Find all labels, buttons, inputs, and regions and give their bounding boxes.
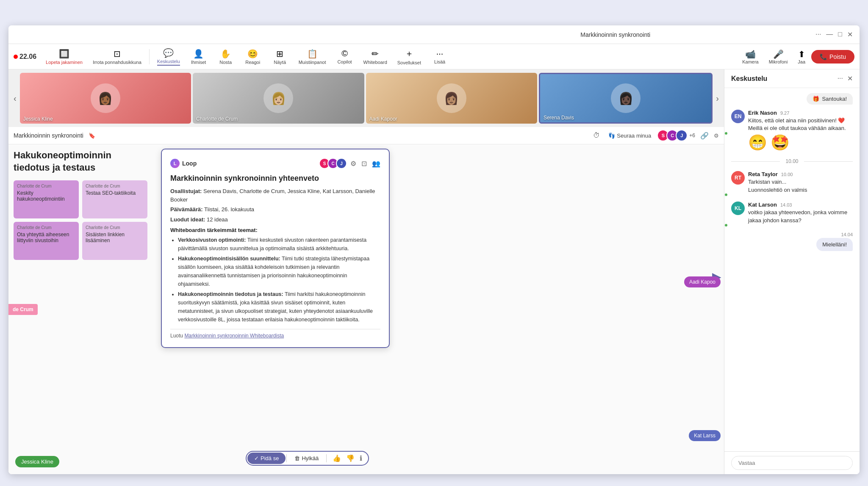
loop-app-name: Loop — [182, 160, 197, 167]
reta-text-2: Luonnoslehtiö on valmis — [748, 186, 853, 194]
erik-emoji-1: 😁 — [748, 134, 767, 152]
kat-avatar: KL — [731, 202, 745, 215]
mic-icon: 🎤 — [773, 49, 784, 59]
info-button[interactable]: ℹ — [358, 453, 364, 464]
more-button[interactable]: ··· Lisää — [427, 47, 452, 66]
loop-footer-text: Luotu — [170, 333, 183, 339]
loop-crop-icon[interactable]: ⊡ — [361, 160, 367, 168]
loop-people-icon[interactable]: 👥 — [372, 160, 380, 168]
whiteboard-title: Markkinoinnin synkronointi — [14, 132, 83, 139]
loop-bullet-2-title: Hakukoneoptimointisisällön suunnittelu: — [178, 256, 280, 262]
recording-indicator — [14, 55, 18, 59]
reta-text-1: Tarkistan vain... — [748, 178, 853, 186]
copilot-button[interactable]: © Copilot — [332, 47, 358, 66]
loop-card-header: L Loop S C J ⚙ — [170, 158, 380, 169]
whiteboard-participants: S C J +6 — [660, 130, 695, 141]
view-button[interactable]: ⊞ Näytä — [267, 47, 293, 66]
loop-footer-link[interactable]: Markkinoinnin synkronoinnin Whiteboardis… — [184, 333, 284, 339]
more-options-icon[interactable]: ··· — [815, 30, 821, 39]
maximize-icon[interactable]: □ — [838, 30, 842, 39]
window-controls: ··· — □ ✕ — [815, 30, 853, 39]
notes-button[interactable]: 📋 Muistiinpanot — [294, 47, 330, 66]
people-label: Ihmiset — [191, 60, 206, 65]
share-wb-icon[interactable]: 🔗 — [700, 132, 709, 140]
apps-button[interactable]: ＋ Sovellukset — [393, 46, 425, 67]
share-button[interactable]: ⬆ Jaa — [793, 47, 810, 66]
stop-sharing-label: Lopeta jakaminen — [46, 60, 83, 65]
chat-input-area — [724, 451, 860, 474]
view-label: Näytä — [274, 60, 286, 65]
close-icon[interactable]: ✕ — [847, 30, 853, 39]
stop-sharing-button[interactable]: 🔲 Lopeta jakaminen — [42, 47, 87, 66]
sticky-2: Charlotte de Crum Testaa SEO-taktiikoita — [82, 180, 147, 218]
minimize-icon[interactable]: — — [826, 30, 833, 39]
raise-hand-icon: ✋ — [220, 49, 231, 59]
sticky-section-header: Hakukoneoptimoinnin tiedotus ja testaus — [14, 149, 147, 174]
thumbs-up-button[interactable]: 👍 — [331, 453, 343, 464]
leave-button[interactable]: 📞 Poistu — [811, 50, 854, 64]
follow-label: Seuraa minua — [617, 133, 651, 139]
sticky-2-text: Testaa SEO-taktiikoita — [86, 190, 144, 196]
toolbar-divider-1 — [149, 49, 150, 64]
loop-settings-icon[interactable]: ⚙ — [350, 160, 356, 168]
loop-footer: Luotu Markkinoinnin synkronoinnin Whiteb… — [170, 329, 380, 339]
video-strip: ‹ 👩🏾 Jessica Kline 👩🏼 Charlotte de Crum — [8, 69, 724, 127]
loop-bullets: Verkkosivuston optimointi: Tiimi keskust… — [170, 236, 380, 324]
loop-bullet-3: Hakukoneoptimoinnin tiedotus ja testaus:… — [178, 290, 380, 324]
sticky-4: Charlotte de Crum Sisäisten linkkien lis… — [82, 222, 147, 260]
bookmark-icon[interactable]: 🔖 — [89, 133, 95, 139]
settings-icon[interactable]: ⚙ — [714, 133, 719, 139]
erik-online-indicator — [724, 132, 728, 135]
app-window: Markkinoinnin synkronointi ··· — □ ✕ 22.… — [8, 25, 860, 474]
loop-actions-bar: ✓ Pidä se 🗑 Hylkää 👍 👎 ℹ — [246, 451, 369, 466]
erik-message-time: 9.27 — [780, 110, 789, 116]
sticky-1-text: Keskity hakukoneoptimointiin — [17, 190, 75, 202]
stop-sharing-icon: 🔲 — [59, 49, 69, 59]
discard-button[interactable]: 🗑 Hylkää — [288, 453, 325, 464]
keep-button[interactable]: ✓ Pidä se — [247, 453, 286, 464]
loop-ideas: Luodut ideat: 12 ideaa — [170, 215, 380, 224]
loop-avatar-3: J — [336, 158, 347, 169]
react-button[interactable]: 😊 Reagoi — [240, 47, 266, 66]
loop-card: L Loop S C J ⚙ — [161, 149, 390, 348]
erik-emoji-row: 😁 🤩 — [748, 134, 853, 152]
copilot-label: Copilot — [337, 59, 352, 64]
whiteboard-button[interactable]: ✏ Whiteboard — [359, 47, 391, 66]
sticky-2-owner: Charlotte de Crum — [86, 184, 144, 188]
chat-more-icon[interactable]: ··· — [837, 75, 843, 83]
follow-me-button[interactable]: 👣 Seuraa minua — [605, 131, 654, 141]
loop-logo-icon: L — [170, 159, 180, 168]
sticky-3-text: Ota yhteyttä aiheeseen liittyviin sivust… — [17, 232, 75, 243]
thumbs-down-button[interactable]: 👎 — [344, 453, 356, 464]
camera-button[interactable]: 📹 Kamera — [738, 47, 763, 66]
loop-date: Päivämäärä: Tiistai, 26. lokakuuta — [170, 205, 380, 214]
chat-input[interactable] — [731, 456, 853, 470]
mic-button[interactable]: 🎤 Mikrofoni — [765, 47, 792, 66]
kat-online-indicator — [724, 224, 728, 227]
reta-sender-row: Reta Taylor 10.00 — [748, 171, 853, 177]
chat-time-divider: 10.00 — [731, 158, 853, 164]
detach-button[interactable]: ⊡ Irrota ponnahdusikkuna — [89, 47, 146, 66]
chat-header: Keskustelu ··· ✕ — [724, 69, 860, 88]
video-tile-aadi: 👩🏽 Aadi Kapoor — [366, 73, 537, 124]
erik-text-1: Kiitos, että olet aina niin positiivinen… — [748, 117, 853, 124]
kat-sender-name: Kat Larson — [748, 202, 777, 208]
kat-sender-row: Kat Larson 14.03 — [748, 202, 853, 208]
next-video-button[interactable]: › — [714, 73, 721, 124]
prev-video-button[interactable]: ‹ — [12, 73, 18, 124]
chat-button[interactable]: 💬 Keskustelu — [153, 46, 184, 67]
toolbar: 22.06 🔲 Lopeta jakaminen ⊡ Irrota ponnah… — [8, 44, 860, 69]
santouka-message-row: 🎁 Santouka! — [731, 93, 853, 105]
whiteboard-label: Whiteboard — [363, 60, 387, 65]
loop-participants-label: Osallistujat: — [170, 188, 202, 194]
raise-hand-button[interactable]: ✋ Nosta — [213, 47, 238, 66]
loop-date-label: Päivämäärä: — [170, 206, 203, 213]
loop-ideas-value: 12 ideaa — [207, 216, 228, 223]
loop-logo: L Loop — [170, 159, 197, 168]
reta-online-indicator — [724, 193, 728, 196]
camera-label: Kamera — [742, 59, 759, 64]
people-button[interactable]: 👤 Ihmiset — [186, 47, 211, 66]
loop-bullet-2: Hakukoneoptimointisisällön suunnittelu: … — [178, 254, 380, 288]
chat-header-icons: ··· ✕ — [837, 75, 853, 83]
chat-close-icon[interactable]: ✕ — [847, 75, 853, 83]
